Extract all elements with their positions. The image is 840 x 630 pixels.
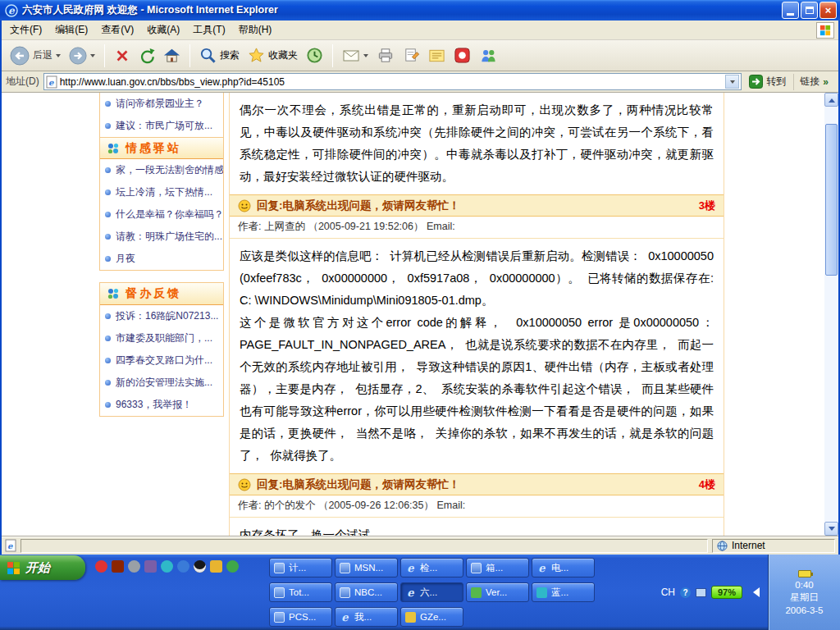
sidebar-topic-link[interactable]: 新的治安管理法实施...	[100, 372, 223, 394]
scroll-up-button[interactable]	[824, 93, 838, 107]
taskbar-button[interactable]: e检...	[400, 558, 463, 578]
taskbar-button[interactable]: e我...	[335, 607, 398, 627]
reply-header: 回复:电脑系统出现问题，烦请网友帮忙！ 3楼	[230, 194, 724, 217]
go-button[interactable]: 转到	[746, 75, 789, 89]
sidebar-topic-link[interactable]: 96333，我举报！	[100, 394, 223, 416]
print-button[interactable]	[373, 44, 398, 66]
back-arrow-icon	[10, 46, 30, 66]
taskbar: 开始 计... MSN... e检... 箱... e电... Tot...	[0, 555, 840, 630]
scroll-down-button[interactable]	[824, 522, 838, 536]
star-icon	[248, 47, 265, 64]
taskbar-button[interactable]: 箱...	[466, 558, 529, 578]
floor-badge: 3楼	[699, 199, 715, 213]
taskbar-button[interactable]: Ver...	[466, 582, 529, 602]
taskbar-button[interactable]: e电...	[532, 558, 595, 578]
quicklaunch-app-icon[interactable]	[112, 560, 124, 573]
network-tray-icon[interactable]	[696, 588, 706, 597]
taskbar-button-active[interactable]: e六...	[400, 582, 463, 602]
taskbar-button[interactable]: GZe...	[400, 607, 463, 627]
forward-button[interactable]	[66, 44, 98, 67]
links-button[interactable]: 链接 »	[793, 74, 834, 90]
section-header: 督办反馈	[100, 283, 223, 305]
stop-button[interactable]	[111, 45, 134, 66]
quicklaunch-app-icon[interactable]	[226, 560, 239, 573]
topic-title: 什么是幸福？你幸福吗？	[116, 208, 223, 221]
battery-percentage-badge[interactable]: 97%	[711, 586, 742, 599]
menu-view[interactable]: 查看(V)	[94, 21, 140, 39]
sidebar-topic-link[interactable]: 请问帝都景园业主？	[100, 93, 223, 115]
mail-button[interactable]	[339, 45, 372, 66]
scrollbar-thumb[interactable]	[825, 124, 838, 276]
menu-favorites[interactable]: 收藏(A)	[140, 21, 186, 39]
taskbar-button[interactable]: PCS...	[269, 607, 332, 627]
svg-text:e: e	[7, 541, 13, 550]
bullet-icon	[105, 336, 111, 341]
quicklaunch-app-icon[interactable]	[161, 560, 173, 573]
refresh-button[interactable]	[135, 45, 158, 66]
menu-file[interactable]: 文件(F)	[3, 21, 48, 39]
messenger-button[interactable]	[476, 44, 500, 66]
back-button[interactable]: 后退	[7, 43, 64, 68]
sidebar-topic-link[interactable]: 投诉：16路皖N07213...	[100, 305, 223, 327]
sidebar-topic-link[interactable]: 家，一段无法割舍的情感	[100, 159, 223, 181]
maximize-button[interactable]	[801, 2, 818, 19]
vertical-scrollbar[interactable]	[824, 93, 838, 536]
minimize-button[interactable]	[782, 2, 799, 19]
input-method-indicator[interactable]: CH	[661, 587, 675, 598]
maximize-glyph	[806, 7, 814, 14]
quicklaunch-app-icon[interactable]	[128, 560, 140, 573]
edit-button[interactable]	[399, 44, 423, 66]
address-dropdown-button[interactable]	[725, 75, 739, 89]
quicklaunch-ie-icon[interactable]	[177, 560, 189, 573]
app-icon	[274, 587, 285, 598]
menu-edit[interactable]: 编辑(E)	[48, 21, 94, 39]
close-button[interactable]: ×	[819, 2, 837, 19]
sidebar-topic-link[interactable]: 建议：市民广场可放...	[100, 115, 223, 137]
favorites-button[interactable]: 收藏夹	[244, 44, 301, 66]
refresh-icon	[139, 48, 155, 64]
search-icon	[199, 47, 217, 64]
titlebar[interactable]: e 六安市人民政府网 欢迎您 - Microsoft Internet Expl…	[0, 0, 840, 21]
home-button[interactable]	[160, 44, 184, 66]
window-controls: ×	[782, 2, 837, 19]
task-label: Ver...	[486, 587, 507, 597]
history-button[interactable]	[303, 44, 326, 66]
app-icon	[405, 612, 416, 623]
taskbar-button[interactable]: 蓝...	[532, 582, 595, 602]
quicklaunch-app-icon[interactable]	[144, 560, 157, 573]
taskbar-button[interactable]: MSN...	[335, 558, 398, 578]
quicklaunch-app-icon[interactable]	[210, 560, 222, 573]
address-input[interactable]	[60, 75, 724, 89]
address-input-wrap: e	[43, 73, 742, 90]
toolbar-separator	[104, 44, 105, 67]
taskbar-button[interactable]: NBC...	[335, 582, 398, 602]
sidebar-topic-link[interactable]: 市建委及职能部门，...	[100, 327, 223, 349]
sidebar-topic-link[interactable]: 什么是幸福？你幸福吗？	[100, 203, 223, 226]
qq-button[interactable]	[450, 44, 474, 66]
start-button[interactable]: 开始	[0, 555, 85, 580]
menu-tools[interactable]: 工具(T)	[186, 21, 231, 39]
menu-help[interactable]: 帮助(H)	[232, 21, 279, 39]
taskbar-button[interactable]: 计...	[269, 558, 332, 578]
reply-title: 回复:电脑系统出现问题，烦请网友帮忙！	[257, 199, 460, 213]
quicklaunch-app-icon[interactable]	[95, 560, 107, 573]
topic-title: 四季春交叉路口为什...	[116, 354, 212, 368]
taskbar-button[interactable]: Tot...	[269, 582, 332, 602]
volume-icon[interactable]	[748, 587, 760, 597]
search-button[interactable]: 搜索	[196, 44, 243, 66]
post-body: 应该是类似这样的信息吧： 计算机已经从检测错误后重新启动。检测错误： 0x100…	[230, 239, 724, 473]
sidebar-topic-link[interactable]: 坛上冷清，坛下热情...	[100, 181, 223, 203]
forum-sidebar: 请问帝都景园业主？ 建议：市民广场可放... 情感驿站 家，一段无法割舍的情感	[99, 93, 224, 428]
sidebar-topic-link[interactable]: 月夜	[100, 248, 223, 270]
topic-title: 月夜	[116, 252, 135, 266]
sidebar-topic-link[interactable]: 四季春交叉路口为什...	[100, 349, 223, 372]
bullet-icon	[105, 189, 111, 195]
quicklaunch-qq-icon[interactable]	[194, 560, 206, 573]
help-tray-icon[interactable]: ?	[680, 587, 691, 598]
qq-icon	[454, 47, 471, 64]
task-label: 六...	[420, 587, 437, 599]
tray-clock[interactable]: 0:40 星期日 2006-3-5	[768, 555, 840, 630]
system-tray: CH ? 97% 0:40 星期日 2006-3-5	[659, 555, 840, 630]
discuss-button[interactable]	[425, 45, 449, 66]
sidebar-topic-link[interactable]: 请教：明珠广场住宅的...	[100, 226, 223, 248]
